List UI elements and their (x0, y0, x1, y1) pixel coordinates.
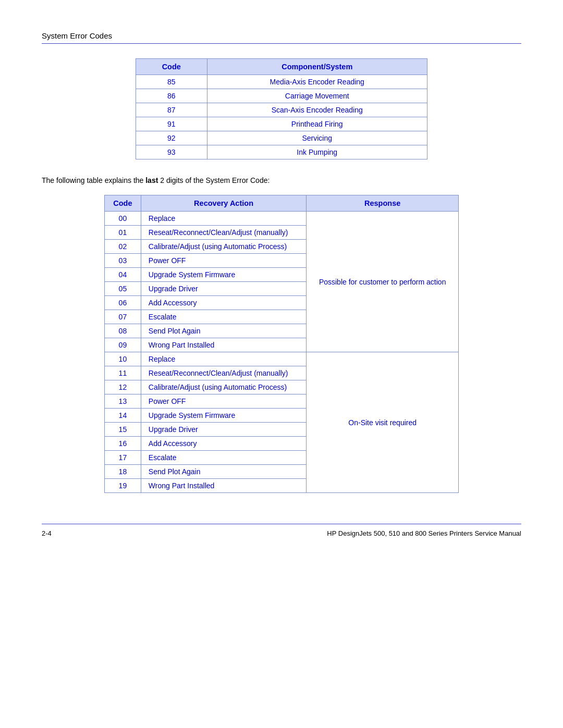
footer-text: HP DesignJets 500, 510 and 800 Series Pr… (327, 529, 521, 537)
code-cell: 93 (136, 145, 207, 159)
action-cell: Calibrate/Adjust (using Automatic Proces… (141, 380, 307, 394)
table1-header-component: Component/System (207, 59, 427, 75)
code-cell: 16 (105, 437, 141, 451)
code-cell: 06 (105, 296, 141, 310)
code-cell: 02 (105, 240, 141, 254)
action-cell: Power OFF (141, 254, 307, 268)
code-cell: 11 (105, 366, 141, 380)
table1-wrapper: Code Component/System 85Media-Axis Encod… (42, 58, 521, 159)
footer-page-number: 2-4 (42, 529, 52, 537)
table-row: 85Media-Axis Encoder Reading (136, 75, 427, 89)
table2: Code Recovery Action Response 00ReplaceP… (104, 195, 459, 493)
code-cell: 00 (105, 212, 141, 226)
table1-header-code: Code (136, 59, 207, 75)
action-cell: Wrong Part Installed (141, 479, 307, 493)
table2-header-recovery: Recovery Action (141, 195, 307, 212)
code-cell: 08 (105, 324, 141, 338)
page: System Error Codes Code Component/System… (0, 0, 563, 556)
action-cell: Replace (141, 352, 307, 366)
code-cell: 87 (136, 103, 207, 117)
action-cell: Replace (141, 212, 307, 226)
code-cell: 92 (136, 131, 207, 145)
code-cell: 13 (105, 394, 141, 409)
action-cell: Upgrade System Firmware (141, 268, 307, 282)
table-row: 00ReplacePossible for customer to perfor… (105, 212, 459, 226)
table1: Code Component/System 85Media-Axis Encod… (136, 58, 427, 159)
code-cell: 12 (105, 380, 141, 394)
code-cell: 03 (105, 254, 141, 268)
code-cell: 19 (105, 479, 141, 493)
response-cell: Possible for customer to perform action (307, 212, 459, 352)
component-cell: Printhead Firing (207, 117, 427, 131)
code-cell: 91 (136, 117, 207, 131)
page-title: System Error Codes (42, 31, 521, 40)
action-cell: Upgrade Driver (141, 282, 307, 296)
code-cell: 17 (105, 451, 141, 465)
table-row: 86Carriage Movement (136, 89, 427, 103)
code-cell: 14 (105, 409, 141, 423)
code-cell: 01 (105, 226, 141, 240)
action-cell: Reseat/Reconnect/Clean/Adjust (manually) (141, 226, 307, 240)
code-cell: 09 (105, 338, 141, 352)
table-row: 87Scan-Axis Encoder Reading (136, 103, 427, 117)
component-cell: Media-Axis Encoder Reading (207, 75, 427, 89)
code-cell: 15 (105, 423, 141, 437)
table-row: 93Ink Pumping (136, 145, 427, 159)
code-cell: 07 (105, 310, 141, 324)
component-cell: Scan-Axis Encoder Reading (207, 103, 427, 117)
table2-header-response: Response (307, 195, 459, 212)
component-cell: Ink Pumping (207, 145, 427, 159)
action-cell: Add Accessory (141, 296, 307, 310)
action-cell: Send Plot Again (141, 465, 307, 479)
bottom-rule (42, 524, 521, 524)
code-cell: 10 (105, 352, 141, 366)
code-cell: 86 (136, 89, 207, 103)
table-row: 92Servicing (136, 131, 427, 145)
intro-text: The following table explains the last 2 … (42, 176, 521, 184)
action-cell: Wrong Part Installed (141, 338, 307, 352)
response-cell: On-Site visit required (307, 352, 459, 493)
table2-wrapper: Code Recovery Action Response 00ReplaceP… (42, 195, 521, 493)
action-cell: Add Accessory (141, 437, 307, 451)
code-cell: 18 (105, 465, 141, 479)
top-rule (42, 43, 521, 44)
code-cell: 05 (105, 282, 141, 296)
code-cell: 85 (136, 75, 207, 89)
component-cell: Servicing (207, 131, 427, 145)
table2-header-code: Code (105, 195, 141, 212)
action-cell: Calibrate/Adjust (using Automatic Proces… (141, 240, 307, 254)
table-row: 10ReplaceOn-Site visit required (105, 352, 459, 366)
action-cell: Send Plot Again (141, 324, 307, 338)
action-cell: Escalate (141, 451, 307, 465)
action-cell: Upgrade Driver (141, 423, 307, 437)
action-cell: Reseat/Reconnect/Clean/Adjust (manually) (141, 366, 307, 380)
table-row: 91Printhead Firing (136, 117, 427, 131)
action-cell: Upgrade System Firmware (141, 409, 307, 423)
code-cell: 04 (105, 268, 141, 282)
footer: 2-4 HP DesignJets 500, 510 and 800 Serie… (42, 529, 521, 537)
component-cell: Carriage Movement (207, 89, 427, 103)
action-cell: Escalate (141, 310, 307, 324)
action-cell: Power OFF (141, 394, 307, 409)
